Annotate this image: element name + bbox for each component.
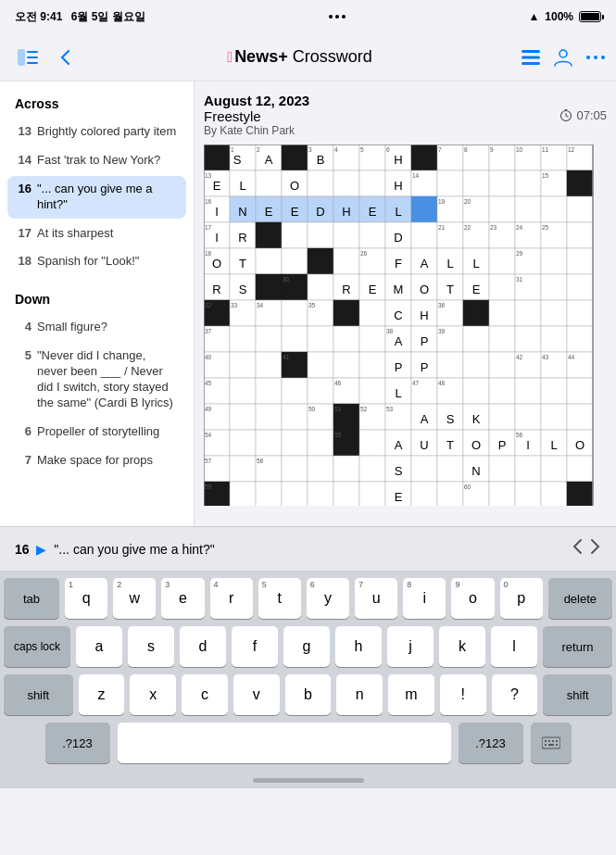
svg-text:I: I	[526, 438, 530, 452]
svg-text:38: 38	[386, 328, 394, 334]
key-n[interactable]: n	[336, 674, 383, 715]
key-k[interactable]: k	[439, 626, 485, 667]
svg-text:22: 22	[464, 224, 471, 231]
clue-across-14[interactable]: 14 Fast 'trak to New York?	[7, 147, 186, 174]
svg-text:58: 58	[257, 458, 264, 464]
key-question[interactable]: ?	[492, 674, 538, 715]
tab-key[interactable]: tab	[4, 578, 59, 619]
svg-text:A: A	[421, 412, 429, 426]
prev-clue-button[interactable]	[572, 538, 583, 560]
svg-point-9	[594, 56, 597, 59]
svg-rect-187	[567, 300, 593, 326]
key-l[interactable]: l	[491, 626, 537, 667]
key-x[interactable]: x	[130, 674, 176, 715]
bottom-clue-bar: 16 ▶ "... can you give me a hint?"	[0, 526, 616, 571]
bottom-clue-arrow: ▶	[36, 542, 46, 557]
next-clue-button[interactable]	[590, 538, 601, 560]
clue-down-7[interactable]: 7 Make space for props	[7, 447, 186, 474]
svg-rect-205	[515, 326, 541, 352]
key-e[interactable]: 3e	[161, 578, 204, 619]
key-b[interactable]: b	[285, 674, 332, 715]
svg-text:21: 21	[438, 224, 446, 231]
svg-rect-272	[567, 404, 593, 430]
svg-text:6: 6	[386, 146, 390, 153]
battery-fill	[581, 13, 599, 20]
profile-button[interactable]	[553, 47, 573, 68]
shift-left-key[interactable]: shift	[4, 674, 73, 715]
clue-down-5[interactable]: 5 "Never did I change, never been ___ / …	[7, 343, 186, 417]
more-options-button[interactable]	[586, 55, 605, 60]
list-icon	[522, 50, 540, 65]
key-d[interactable]: d	[180, 626, 226, 667]
space-bar-input[interactable]	[118, 723, 451, 763]
crossword-grid[interactable]: .gc { fill: #fff; stroke: #aaa; stroke-w…	[204, 145, 607, 506]
svg-rect-139	[541, 248, 567, 274]
svg-rect-301	[230, 456, 256, 482]
keyboard-picker-key[interactable]	[531, 723, 572, 763]
sidebar-toggle-button[interactable]	[11, 44, 44, 70]
svg-rect-92	[567, 196, 593, 222]
list-view-button[interactable]	[522, 50, 540, 65]
key-q[interactable]: 1q	[65, 578, 107, 619]
key-r[interactable]: 4r	[210, 578, 253, 619]
key-m[interactable]: m	[388, 674, 434, 715]
key-v[interactable]: v	[233, 674, 280, 715]
svg-text:14: 14	[412, 172, 420, 179]
svg-rect-314	[489, 456, 515, 482]
key-g[interactable]: g	[283, 626, 330, 667]
svg-rect-21	[282, 145, 308, 170]
svg-rect-165	[567, 274, 593, 300]
svg-text:40: 40	[205, 354, 212, 360]
back-button[interactable]	[52, 44, 78, 70]
return-key[interactable]: return	[543, 626, 612, 667]
svg-text:O: O	[212, 257, 221, 270]
svg-rect-334	[541, 482, 567, 506]
shift-right-key[interactable]: shift	[543, 674, 612, 715]
key-w[interactable]: 2w	[113, 578, 156, 619]
svg-text:U: U	[420, 438, 428, 452]
key-t[interactable]: 5t	[258, 578, 301, 619]
svg-text:A: A	[421, 257, 429, 270]
caps-lock-key[interactable]: caps lock	[4, 626, 70, 667]
svg-rect-102	[359, 222, 385, 248]
svg-text:C: C	[394, 308, 402, 322]
svg-text:2: 2	[257, 146, 260, 153]
key-c[interactable]: c	[182, 674, 228, 715]
clue-across-13[interactable]: 13 Brightly colored party item	[7, 119, 186, 145]
numbers-right-key[interactable]: .?123	[459, 723, 523, 763]
clue-down-4[interactable]: 4 Small figure?	[7, 314, 186, 341]
key-z[interactable]: z	[79, 674, 125, 715]
svg-text:10: 10	[516, 146, 523, 153]
svg-text:48: 48	[438, 380, 446, 386]
svg-rect-269	[489, 404, 515, 430]
key-y[interactable]: 6y	[307, 578, 349, 619]
key-f[interactable]: f	[232, 626, 278, 667]
key-a[interactable]: a	[76, 626, 122, 667]
chevron-left-icon	[572, 538, 583, 555]
clue-across-16[interactable]: 16 "... can you give me a hint?"	[7, 176, 186, 219]
svg-rect-246	[489, 378, 515, 404]
svg-text:H: H	[394, 179, 402, 193]
key-i[interactable]: 8i	[403, 578, 446, 619]
key-exclaim[interactable]: !	[440, 674, 486, 715]
numbers-left-key[interactable]: .?123	[45, 723, 110, 763]
key-o[interactable]: 9o	[451, 578, 494, 619]
svg-text:31: 31	[516, 276, 523, 283]
clue-down-6[interactable]: 6 Propeller of storytelling	[7, 419, 186, 446]
puzzle-timer: 07:05	[559, 108, 607, 122]
svg-rect-0	[18, 49, 25, 66]
nav-right	[522, 47, 605, 68]
key-h[interactable]: h	[335, 626, 382, 667]
key-u[interactable]: 7u	[355, 578, 397, 619]
clue-across-17[interactable]: 17 At its sharpest	[7, 220, 186, 247]
svg-text:20: 20	[464, 198, 471, 205]
clue-across-18[interactable]: 18 Spanish for "Look!"	[7, 248, 186, 275]
delete-key[interactable]: delete	[548, 578, 612, 619]
key-p[interactable]: 0p	[500, 578, 543, 619]
svg-text:50: 50	[308, 406, 316, 412]
puzzle-author: By Kate Chin Park	[204, 124, 309, 137]
nav-left	[11, 44, 78, 70]
key-s[interactable]: s	[128, 626, 174, 667]
svg-rect-214	[308, 352, 333, 378]
key-j[interactable]: j	[387, 626, 434, 667]
